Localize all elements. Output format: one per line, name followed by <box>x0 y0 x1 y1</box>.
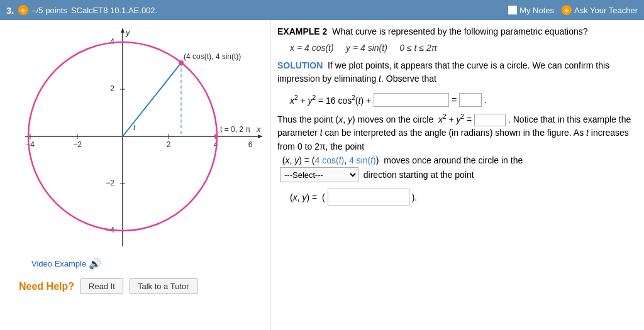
select-wrapper: ---Select--- clockwise counterclockwise <box>280 170 361 180</box>
direction-select[interactable]: ---Select--- clockwise counterclockwise <box>280 167 358 182</box>
svg-marker-2 <box>258 135 263 138</box>
svg-text:x: x <box>256 124 261 134</box>
main-content: −4 −2 2 4 6 4 2 −2 −4 <box>0 20 644 330</box>
svg-text:(4 cos(t), 4 sin(t)): (4 cos(t), 4 sin(t)) <box>184 52 241 61</box>
problem-code: SCalcET8 10.1.AE.002. <box>71 6 157 15</box>
my-notes-button[interactable]: My Notes <box>508 6 554 15</box>
solution-label: SOLUTION <box>277 60 323 70</box>
point-text: (x, y) = (4 cos(t), 4 sin(t)) moves once… <box>277 155 523 165</box>
period: . <box>484 95 487 105</box>
question-number: 3. <box>6 5 14 16</box>
svg-text:4: 4 <box>110 37 114 46</box>
solution-text1: If we plot points, it appears that the c… <box>277 60 609 84</box>
xy-answer-line: (x, y) = ( ). <box>290 189 631 206</box>
svg-point-26 <box>179 60 184 65</box>
equations-line: x = 4 cos(t) y = 4 sin(t) 0 ≤ t ≤ 2π <box>290 43 631 53</box>
closing-paren: ). <box>412 192 418 202</box>
need-help-section: Need Help? Read It Talk to a Tutor <box>19 278 264 294</box>
ask-teacher-label: Ask Your Teacher <box>574 6 638 15</box>
talk-to-tutor-button[interactable]: Talk to a Tutor <box>130 278 197 294</box>
svg-point-30 <box>214 135 218 138</box>
svg-text:−2: −2 <box>106 179 114 187</box>
header-right: My Notes + Ask Your Teacher <box>508 5 638 15</box>
circle-value-input[interactable] <box>474 114 506 126</box>
video-label: Video Example <box>31 259 86 268</box>
svg-text:2: 2 <box>110 84 114 93</box>
read-it-button[interactable]: Read It <box>80 278 123 294</box>
graph-svg: −4 −2 2 4 6 4 2 −2 −4 <box>13 26 264 253</box>
notes-icon <box>508 6 517 14</box>
page-header: 3. + –/5 points SCalcET8 10.1.AE.002. My… <box>0 0 644 20</box>
math-equation-line: x2 + y2 = 16 cos2(t) + = . <box>290 93 631 107</box>
svg-text:t = 0, 2 π: t = 0, 2 π <box>220 125 251 134</box>
left-panel: −4 −2 2 4 6 4 2 −2 −4 <box>0 20 270 330</box>
svg-line-24 <box>123 63 181 136</box>
starting-point-input[interactable] <box>328 189 409 206</box>
thus-text1: Thus the point (x, y) moves on the circl… <box>277 114 472 124</box>
example-number: EXAMPLE 2 <box>277 26 327 36</box>
example-question: What curve is represented by the followi… <box>332 26 587 36</box>
svg-marker-3 <box>121 28 125 33</box>
eq-x: x = 4 cos(t) <box>290 43 334 53</box>
add-points-icon[interactable]: + <box>18 5 28 15</box>
svg-text:2: 2 <box>167 140 171 149</box>
eq-y: y = 4 sin(t) <box>346 43 387 53</box>
thus-section: Thus the point (x, y) moves on the circl… <box>277 112 631 182</box>
my-notes-label: My Notes <box>519 6 554 15</box>
example-header: EXAMPLE 2 What curve is represented by t… <box>277 26 631 36</box>
svg-text:t: t <box>133 123 136 132</box>
ask-teacher-button[interactable]: + Ask Your Teacher <box>562 5 638 15</box>
math-input-1[interactable] <box>374 93 449 107</box>
svg-text:−2: −2 <box>73 140 82 149</box>
graph-container: −4 −2 2 4 6 4 2 −2 −4 <box>13 26 264 253</box>
right-panel: EXAMPLE 2 What curve is represented by t… <box>270 20 644 330</box>
math-left: x2 + y2 = 16 cos2(t) + <box>290 94 371 106</box>
need-help-label: Need Help? <box>19 281 74 292</box>
eq-range: 0 ≤ t ≤ 2π <box>399 43 437 53</box>
svg-text:y: y <box>125 28 131 37</box>
ask-teacher-icon: + <box>562 5 572 15</box>
points-text: –/5 points <box>32 6 67 15</box>
svg-text:6: 6 <box>248 140 253 149</box>
equals-sign: = <box>452 95 457 105</box>
header-left: 3. + –/5 points SCalcET8 10.1.AE.002. <box>6 5 508 16</box>
math-input-2[interactable] <box>459 93 482 107</box>
video-example-link[interactable]: Video Example 🔊 <box>31 258 264 270</box>
direction-suffix: direction starting at the point <box>361 170 474 180</box>
svg-text:−4: −4 <box>26 140 35 149</box>
xy-label: (x, y) = ( <box>290 192 325 202</box>
solution-section: SOLUTION If we plot points, it appears t… <box>277 59 631 206</box>
speaker-icon: 🔊 <box>89 258 101 270</box>
